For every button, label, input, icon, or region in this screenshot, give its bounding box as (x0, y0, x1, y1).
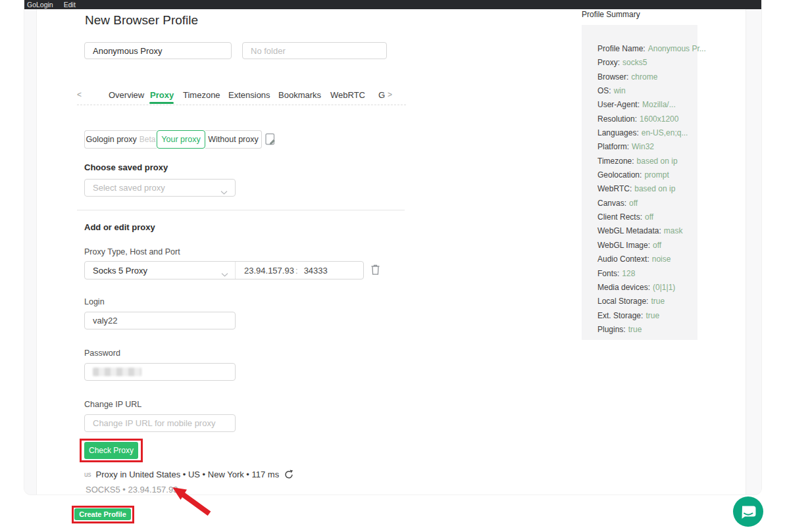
refresh-icon[interactable] (284, 470, 293, 479)
summary-row-user-agent: User-Agent:Mozilla/... (597, 98, 697, 112)
summary-row-resolution: Resolution:1600x1200 (597, 112, 697, 126)
section-divider (77, 210, 405, 210)
beta-badge: Beta (139, 135, 156, 144)
trash-icon[interactable] (370, 264, 380, 278)
change-ip-url-input[interactable] (84, 414, 236, 432)
tab-webrtc[interactable]: WebRTC (330, 90, 365, 100)
summary-row-webgl-image: WebGL Image:off (597, 239, 697, 253)
type-host-port-label: Proxy Type, Host and Port (84, 247, 180, 256)
proxy-type-value: Socks 5 Proxy (93, 266, 147, 276)
summary-row-local-storage: Local Storage:true (597, 295, 697, 308)
your-proxy-label: Your proxy (161, 135, 200, 144)
password-label: Password (84, 349, 120, 358)
chevron-down-icon (221, 269, 228, 279)
add-edit-proxy-heading: Add or edit proxy (84, 222, 155, 232)
summary-row-ext-storage: Ext. Storage:true (597, 309, 697, 323)
proxy-check-result: us Proxy in United States • US • New Yor… (84, 470, 293, 479)
page-title: New Browser Profile (85, 13, 198, 28)
summary-row-platform: Platform:Win32 (597, 140, 697, 154)
paste-proxy-icon[interactable] (265, 133, 276, 148)
proxy-check-result-text: Proxy in United States • US • New York •… (96, 470, 280, 479)
check-proxy-button[interactable]: Check Proxy (84, 442, 138, 459)
summary-row-languages: Languages:en-US,en;q... (597, 126, 697, 140)
summary-row-browser: Browser:chrome (597, 70, 697, 84)
login-input[interactable] (84, 312, 236, 329)
summary-row-webgl-metadata: WebGL Metadata:mask (597, 224, 697, 238)
without-proxy-button[interactable]: Without proxy (205, 130, 262, 149)
summary-row-timezone: Timezone:based on ip (597, 155, 697, 168)
annotation-arrow (165, 481, 217, 520)
app-window: GoLogin Edit New Browser Profile < Overv… (24, 0, 761, 495)
summary-row-proxy: Proxy:socks5 (597, 56, 697, 70)
proxy-mode-group: Gologin proxy Beta Your proxy Without pr… (84, 130, 262, 149)
tab-geolocation-truncated[interactable]: G (378, 90, 385, 100)
country-flag: us (84, 471, 91, 478)
summary-row-audio-context: Audio Context:noise (597, 253, 697, 266)
login-label: Login (84, 297, 105, 306)
proxy-type-host-port-row: Socks 5 Proxy : (84, 261, 364, 279)
proxy-port-input[interactable] (298, 262, 338, 279)
screenshot-stage: GoLogin Edit New Browser Profile < Overv… (0, 0, 785, 532)
profile-summary-title: Profile Summary (582, 10, 640, 19)
tab-timezone[interactable]: Timezone (183, 90, 220, 100)
choose-saved-proxy-heading: Choose saved proxy (84, 162, 168, 172)
summary-row-canvas: Canvas:off (597, 197, 697, 210)
left-rail (24, 9, 37, 495)
tabs-next-arrow[interactable]: > (388, 90, 392, 99)
profile-summary-panel: Profile Name:Anonymous Pr... Proxy:socks… (582, 25, 697, 340)
your-proxy-button[interactable]: Your proxy (157, 130, 205, 149)
tabs-divider (77, 105, 406, 105)
folder-input[interactable] (242, 42, 387, 59)
redacted-password-value (93, 368, 141, 376)
gologin-proxy-label: Gologin proxy (86, 135, 137, 144)
summary-row-fonts: Fonts:128 (597, 267, 697, 281)
tab-proxy[interactable]: Proxy (150, 90, 174, 100)
tabs-prev-arrow[interactable]: < (77, 90, 82, 99)
tab-bookmarks[interactable]: Bookmarks (278, 90, 321, 100)
app-menubar: GoLogin Edit (24, 0, 761, 9)
proxy-host-input[interactable] (236, 262, 295, 279)
summary-row-webrtc: WebRTC:based on ip (597, 182, 697, 196)
menu-gologin[interactable]: GoLogin (27, 0, 53, 9)
create-profile-button[interactable]: Create Profile (74, 508, 131, 520)
tab-extensions[interactable]: Extensions (228, 90, 270, 100)
chevron-down-icon (220, 187, 228, 197)
summary-row-client-rects: Client Rects:off (597, 210, 697, 224)
summary-row-plugins: Plugins:true (597, 323, 697, 337)
without-proxy-label: Without proxy (208, 135, 258, 144)
saved-proxy-placeholder: Select saved proxy (93, 183, 165, 193)
menu-edit[interactable]: Edit (64, 0, 76, 9)
summary-row-profile-name: Profile Name:Anonymous Pr... (597, 42, 697, 56)
password-input[interactable] (84, 363, 236, 381)
summary-row-os: OS:win (597, 84, 697, 98)
gologin-proxy-button[interactable]: Gologin proxy Beta (84, 130, 157, 149)
summary-row-geolocation: Geolocation:prompt (597, 168, 697, 182)
tab-overview[interactable]: Overview (109, 90, 144, 100)
change-ip-url-label: Change IP URL (84, 400, 141, 409)
active-tab-underline (149, 102, 174, 104)
saved-proxy-select[interactable]: Select saved proxy (84, 179, 236, 197)
summary-row-media-devices: Media devices:(0|1|1) (597, 281, 697, 295)
chat-widget-button[interactable] (731, 495, 765, 529)
scrollbar-track (746, 9, 761, 495)
profile-name-input[interactable] (84, 42, 232, 59)
proxy-type-select[interactable]: Socks 5 Proxy (85, 262, 236, 279)
